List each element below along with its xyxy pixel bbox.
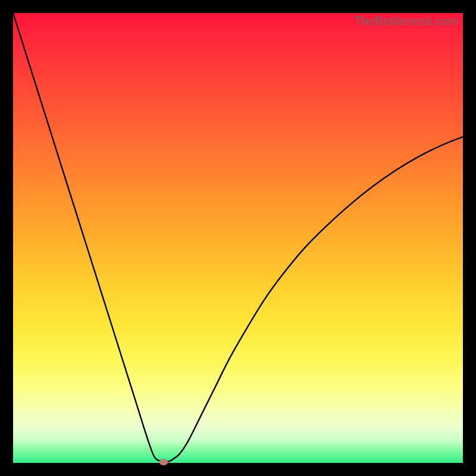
curve-svg: [13, 13, 463, 463]
optimum-marker: [159, 459, 168, 465]
bottleneck-curve: [13, 13, 463, 462]
chart-frame: TheBottleneck.com: [0, 0, 476, 476]
plot-area: TheBottleneck.com: [13, 13, 463, 463]
